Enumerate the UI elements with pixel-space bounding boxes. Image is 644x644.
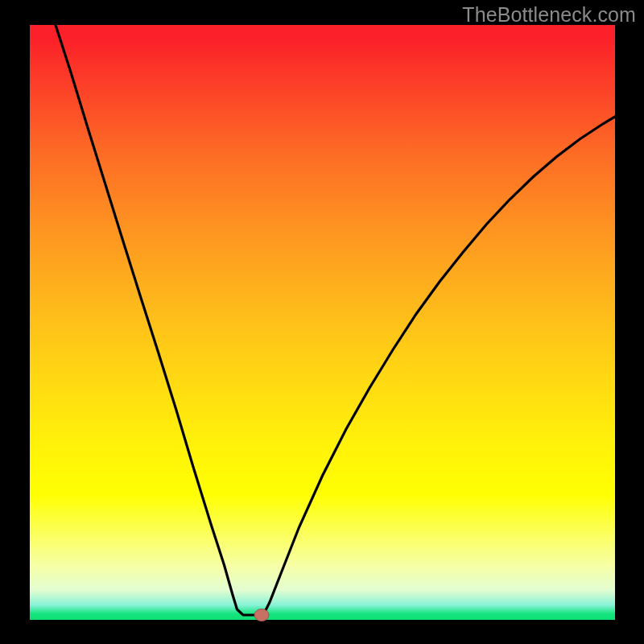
- curve-layer: [0, 0, 644, 644]
- chart-frame: TheBottleneck.com: [0, 0, 644, 644]
- bottleneck-curve: [56, 25, 615, 615]
- optimum-marker: [254, 609, 269, 621]
